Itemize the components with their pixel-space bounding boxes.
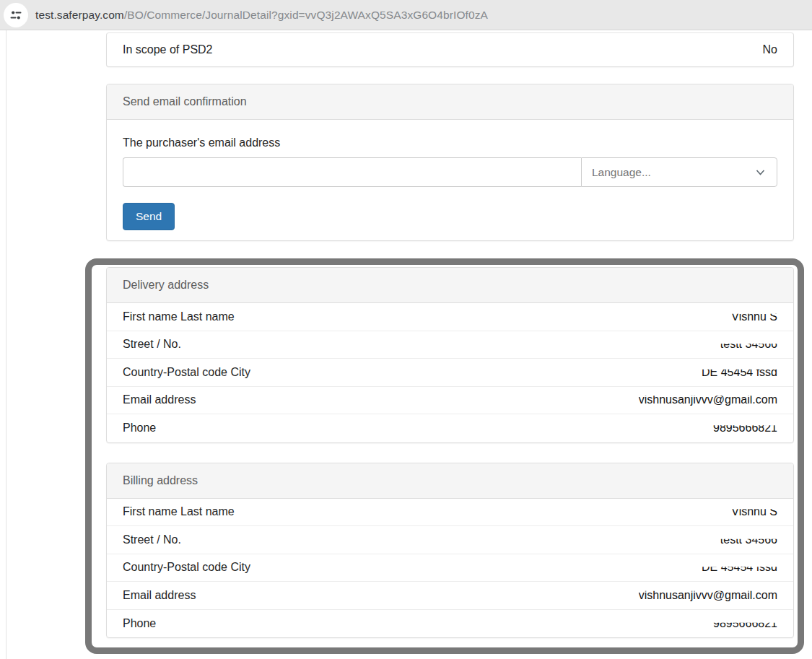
delivery-address-title: Delivery address [107,268,793,303]
language-select[interactable]: Language... [581,157,777,187]
row-value: vishnusanjivvv@gmail.com [639,393,777,406]
table-row: First name Last name Vishnu S [107,499,793,527]
row-label: Email address [123,393,196,406]
row-label: Phone [123,422,156,435]
row-value: vishnusanjivvv@gmail.com [639,589,777,602]
psd2-panel: In scope of PSD2 No [106,32,794,67]
browser-url-bar[interactable]: test.saferpay.com/BO/Commerce/JournalDet… [0,0,812,30]
row-label: Country-Postal code City [123,561,250,574]
row-value: testt 34566 [720,338,777,351]
row-label: First name Last name [123,310,235,323]
send-email-panel-title: Send email confirmation [107,84,793,120]
page-body: In scope of PSD2 No Send email confirmat… [0,30,812,659]
table-row: Phone 9895666821 [107,414,793,442]
billing-address-panel: Billing address First name Last name Vis… [106,463,794,639]
table-row: Street / No. testt 34566 [107,526,793,554]
row-value: 9895666821 [713,617,777,630]
table-row: Email address vishnusanjivvv@gmail.com [107,582,793,610]
row-label: First name Last name [123,505,235,518]
row-value: DE 45454 fssd [702,366,777,379]
address-url[interactable]: test.saferpay.com/BO/Commerce/JournalDet… [35,9,488,22]
chevron-down-icon [754,166,767,178]
table-row: Street / No. testt 34566 [107,331,793,359]
url-host: test.saferpay.com [35,9,124,21]
site-settings-icon[interactable] [4,3,28,27]
purchaser-email-label: The purchaser's email address [123,136,777,149]
row-label: Email address [123,589,196,602]
row-label: Country-Postal code City [123,366,250,379]
row-value: Vishnu S [731,310,777,323]
table-row: Country-Postal code City DE 45454 fssd [107,554,793,582]
purchaser-email-input[interactable] [123,157,581,187]
row-value: 9895666821 [713,422,777,435]
psd2-label: In scope of PSD2 [123,43,213,56]
delivery-address-panel: Delivery address First name Last name Vi… [106,267,794,443]
row-value: Vishnu S [731,505,777,518]
billing-address-title: Billing address [107,463,793,499]
language-select-placeholder: Language... [592,166,651,179]
row-label: Phone [123,617,156,630]
tune-icon [9,9,22,22]
row-value: DE 45454 fssd [702,561,777,574]
email-input-group: Language... [123,157,777,187]
row-label: Street / No. [123,533,181,546]
psd2-row: In scope of PSD2 No [107,33,793,66]
send-email-confirmation-panel: Send email confirmation The purchaser's … [106,84,794,241]
table-row: First name Last name Vishnu S [107,303,793,331]
url-path: /BO/Commerce/JournalDetail?gxid=vvQ3j2AW… [124,9,488,21]
page-left-divider [6,30,6,659]
table-row: Email address vishnusanjivvv@gmail.com [107,387,793,415]
table-row: Phone 9895666821 [107,610,793,638]
psd2-value: No [763,43,777,56]
table-row: Country-Postal code City DE 45454 fssd [107,359,793,387]
send-button[interactable]: Send [123,203,175,230]
row-label: Street / No. [123,338,181,351]
row-value: testt 34566 [720,533,777,546]
